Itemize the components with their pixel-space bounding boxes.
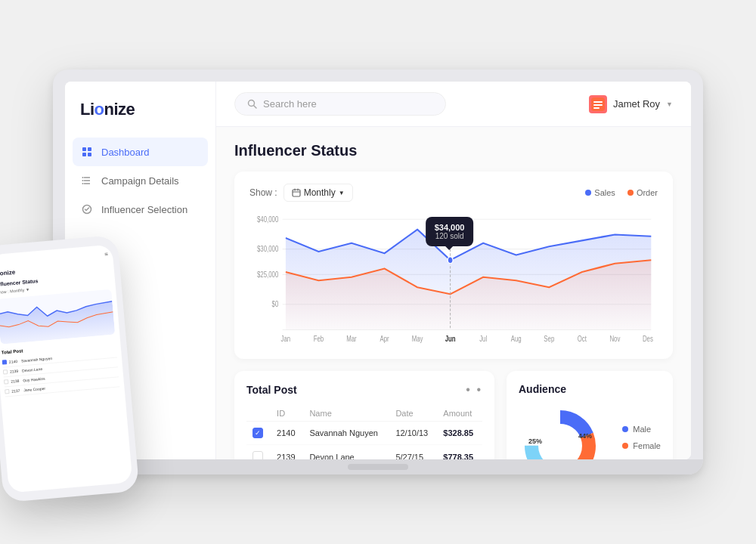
- page-title: Influencer Status: [234, 142, 673, 159]
- svg-text:$30,000: $30,000: [257, 245, 278, 253]
- svg-point-9: [82, 183, 84, 184]
- svg-text:25%: 25%: [528, 437, 542, 445]
- sidebar-label-dashboard: Dashboard: [101, 147, 150, 158]
- row-id: 2140: [271, 422, 303, 445]
- user-name: Jamet Roy: [613, 98, 660, 110]
- table-title: Total Post: [246, 384, 297, 396]
- svg-text:Apr: Apr: [380, 335, 389, 343]
- chart-header: Show : Monthly ▼: [249, 184, 658, 202]
- audience-card: Audience: [507, 371, 673, 459]
- col-amount: Amount: [437, 406, 482, 422]
- sidebar-label-influencer: Influencer Selection: [101, 204, 187, 215]
- user-avatar-icon: [589, 95, 607, 113]
- bottom-section: Total Post • • ID Name Date: [234, 371, 673, 459]
- table-header-row: Total Post • •: [246, 383, 482, 397]
- svg-point-33: [448, 257, 453, 264]
- svg-point-8: [82, 180, 84, 181]
- svg-rect-0: [82, 147, 86, 151]
- sidebar-item-dashboard[interactable]: Dashboard: [73, 138, 208, 166]
- svg-text:Oct: Oct: [578, 335, 587, 343]
- svg-rect-15: [593, 104, 603, 106]
- svg-text:$25,000: $25,000: [257, 270, 278, 279]
- search-placeholder: Search here: [263, 98, 317, 110]
- sidebar-label-campaign: Campaign Details: [101, 175, 179, 187]
- posts-table: ID Name Date Amount ✓2140Savannah Nguyen…: [246, 406, 482, 459]
- chart-filter: Show : Monthly ▼: [249, 184, 353, 202]
- svg-text:$0: $0: [272, 300, 279, 308]
- dropdown-arrow: ▼: [339, 190, 345, 196]
- legend-female: Female: [622, 441, 661, 450]
- svg-point-7: [82, 177, 84, 178]
- legend-other: Other: [622, 458, 661, 459]
- row-checkbox[interactable]: ✓: [253, 428, 263, 438]
- user-info: Jamet Roy ▼: [589, 95, 673, 113]
- content-area: Influencer Status Show :: [216, 127, 691, 459]
- sidebar-item-influencer[interactable]: Influencer Selection: [65, 195, 215, 224]
- svg-text:Jul: Jul: [479, 335, 487, 343]
- svg-rect-17: [293, 190, 300, 196]
- svg-text:May: May: [412, 335, 423, 343]
- svg-rect-3: [88, 153, 91, 156]
- laptop-mockup: Lionize Dashboard: [53, 70, 703, 474]
- male-dot: [622, 426, 628, 432]
- search-bar[interactable]: Search here: [234, 92, 446, 116]
- row-date: 12/10/13: [389, 422, 437, 445]
- row-amount: $328.85: [437, 422, 482, 445]
- svg-text:$40,000: $40,000: [257, 215, 278, 224]
- col-date: Date: [389, 406, 437, 422]
- row-id: 2139: [271, 445, 303, 460]
- svg-rect-14: [593, 101, 603, 103]
- chevron-down-icon: ▼: [666, 100, 673, 108]
- table-row: 2139Devon Lane5/27/15$778.35: [246, 445, 482, 460]
- top-header: Search here Jamet Roy ▼: [216, 82, 691, 127]
- svg-text:Mar: Mar: [346, 335, 357, 343]
- row-checkbox[interactable]: [253, 451, 263, 459]
- laptop-notch: [348, 464, 408, 470]
- audience-content: 25% 44% 31% Male: [519, 404, 661, 459]
- col-name: Name: [303, 406, 389, 422]
- chart-legend: Sales Order: [585, 188, 658, 197]
- sales-dot: [585, 190, 591, 196]
- svg-rect-16: [593, 107, 600, 109]
- svg-text:Aug: Aug: [511, 335, 522, 343]
- svg-text:Nov: Nov: [609, 335, 620, 343]
- col-id: ID: [271, 406, 303, 422]
- sidebar-item-campaign[interactable]: Campaign Details: [65, 166, 215, 195]
- grid-icon: [80, 145, 94, 159]
- svg-text:Jan: Jan: [281, 335, 291, 343]
- audience-donut: 25% 44% 31%: [519, 404, 602, 459]
- calendar-icon: [292, 188, 301, 197]
- row-date: 5/27/15: [389, 445, 437, 460]
- svg-line-12: [254, 106, 257, 109]
- legend-sales: Sales: [585, 188, 615, 197]
- svg-text:Des: Des: [643, 335, 653, 343]
- svg-text:44%: 44%: [578, 432, 592, 440]
- female-dot: [622, 443, 628, 449]
- chart-section: Show : Monthly ▼: [234, 172, 673, 359]
- main-content: Search here Jamet Roy ▼: [216, 82, 691, 459]
- search-icon: [247, 99, 257, 109]
- table-row: ✓2140Savannah Nguyen12/10/13$328.85: [246, 422, 482, 445]
- col-checkbox: [246, 406, 271, 422]
- monthly-filter-button[interactable]: Monthly ▼: [284, 184, 353, 202]
- phone-chart: [0, 289, 115, 345]
- svg-text:Feb: Feb: [314, 335, 324, 343]
- row-name: Savannah Nguyen: [303, 422, 389, 445]
- phone-mockup: ≡ Lionize Influencer Status Show : Month…: [0, 235, 139, 502]
- legend-male: Male: [622, 425, 661, 434]
- audience-legend: Male Female Other: [622, 425, 661, 459]
- filter-value: Monthly: [304, 187, 336, 198]
- laptop-base: [53, 459, 703, 474]
- row-amount: $778.35: [437, 445, 482, 460]
- show-label: Show :: [249, 187, 277, 198]
- audience-title: Audience: [519, 383, 661, 395]
- svg-rect-2: [82, 153, 86, 156]
- check-circle-icon: [80, 202, 94, 216]
- app-logo: Lionize: [65, 100, 215, 138]
- list-icon: [80, 174, 94, 187]
- row-name: Devon Lane: [303, 445, 389, 460]
- order-dot: [627, 190, 634, 196]
- table-menu-dots[interactable]: • •: [466, 383, 482, 397]
- svg-rect-1: [88, 147, 91, 151]
- line-chart: $34,000 120 sold: [249, 211, 658, 347]
